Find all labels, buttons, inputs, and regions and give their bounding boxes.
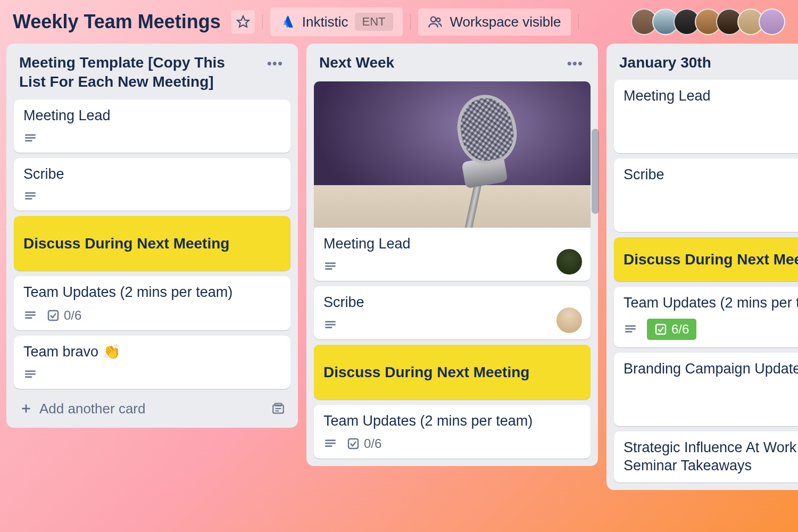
- card-cover-image: [314, 81, 591, 228]
- list-title[interactable]: Meeting Template [Copy This List For Eac…: [19, 53, 253, 92]
- card-badges: 6/6: [624, 319, 798, 340]
- svg-rect-15: [25, 376, 32, 378]
- card-badges: 0/6: [23, 308, 281, 323]
- card-badges: [23, 131, 281, 145]
- card[interactable]: Meeting Lead: [14, 99, 290, 153]
- svg-rect-31: [348, 439, 358, 448]
- card-title: Scribe: [624, 166, 798, 184]
- card[interactable]: Team Updates (2 mins per team) 0/6: [314, 405, 591, 459]
- svg-rect-23: [325, 265, 336, 267]
- visibility-button[interactable]: Workspace visible: [418, 9, 571, 36]
- card-separator[interactable]: Discuss During Next Meeting: [614, 237, 798, 281]
- description-icon: [23, 368, 37, 381]
- card[interactable]: Branding Campaign Update: [614, 353, 798, 426]
- card-title: Discuss During Next Meeting: [323, 363, 581, 381]
- list-footer: Add another card: [14, 394, 290, 420]
- card-title: Team Updates (2 mins per team): [23, 284, 281, 302]
- checklist-icon: [347, 437, 360, 450]
- svg-rect-27: [325, 327, 332, 328]
- svg-rect-6: [25, 193, 36, 194]
- list-meeting-template[interactable]: Meeting Template [Copy This List For Eac…: [6, 44, 298, 428]
- member-avatar[interactable]: [759, 9, 785, 35]
- card[interactable]: Scribe: [14, 158, 290, 211]
- svg-rect-5: [25, 140, 32, 142]
- card-title: Meeting Lead: [323, 235, 581, 253]
- svg-rect-19: [275, 404, 282, 406]
- description-icon: [624, 322, 637, 336]
- card-title: Strategic Influence At Work Training Sem…: [624, 439, 798, 475]
- svg-rect-8: [25, 198, 32, 200]
- card-template-button[interactable]: [271, 402, 285, 415]
- svg-rect-24: [325, 268, 332, 270]
- svg-rect-3: [25, 134, 36, 136]
- card[interactable]: Scribe: [314, 286, 591, 339]
- card-title: Discuss During Next Meeting: [624, 250, 798, 269]
- card[interactable]: Team bravo 👏: [14, 336, 290, 389]
- plus-icon: [19, 402, 33, 415]
- list-title[interactable]: Next Week: [319, 53, 394, 72]
- board-title[interactable]: Weekly Team Meetings: [13, 11, 221, 33]
- board-canvas[interactable]: Meeting Template [Copy This List For Eac…: [0, 44, 798, 490]
- checklist-icon: [654, 323, 667, 336]
- workspace-plan-badge: ENT: [355, 13, 393, 31]
- description-icon: [23, 189, 37, 203]
- star-icon: [236, 15, 250, 29]
- svg-rect-32: [625, 326, 636, 327]
- board-members[interactable]: [636, 9, 785, 35]
- checklist-icon: [47, 309, 60, 322]
- checklist-count: 0/6: [64, 308, 81, 323]
- card[interactable]: Meeting Lead: [614, 80, 798, 153]
- add-card-button[interactable]: Add another card: [19, 401, 145, 417]
- people-icon: [428, 14, 443, 29]
- checklist-badge: 0/6: [347, 436, 381, 451]
- card[interactable]: Meeting Lead: [314, 81, 591, 281]
- card-title: Scribe: [23, 165, 281, 184]
- svg-rect-28: [325, 440, 336, 442]
- star-button[interactable]: [231, 10, 255, 34]
- atlassian-icon: [280, 14, 296, 30]
- card[interactable]: Team Updates (2 mins per team) 0/6: [14, 276, 290, 330]
- card-member-avatar[interactable]: [556, 249, 582, 275]
- list-header: Meeting Template [Copy This List For Eac…: [14, 51, 290, 99]
- card-badges: [23, 368, 281, 381]
- svg-rect-9: [25, 311, 36, 313]
- svg-rect-33: [625, 328, 636, 330]
- svg-point-1: [430, 17, 435, 22]
- board-header: Weekly Team Meetings Inktistic ENT Works…: [0, 0, 798, 44]
- workspace-switcher[interactable]: Inktistic ENT: [270, 7, 403, 36]
- card-title: Meeting Lead: [624, 87, 798, 105]
- card-badges: [323, 260, 581, 273]
- list-menu-button[interactable]: •••: [265, 53, 285, 74]
- card-separator[interactable]: Discuss During Next Meeting: [14, 216, 290, 271]
- svg-rect-13: [25, 370, 36, 372]
- visibility-label: Workspace visible: [450, 14, 561, 30]
- svg-rect-7: [25, 195, 36, 197]
- divider: [578, 14, 579, 29]
- card-title: Discuss During Next Meeting: [23, 234, 281, 253]
- svg-rect-10: [25, 314, 36, 316]
- list-january-30[interactable]: January 30th Meeting Lead Scribe Discuss…: [606, 44, 798, 490]
- list-menu-button[interactable]: •••: [565, 53, 585, 74]
- card-member-avatar[interactable]: [556, 307, 582, 333]
- card-title: Branding Campaign Update: [624, 360, 798, 378]
- list-next-week[interactable]: Next Week ••• Meeting Lead Scribe: [306, 44, 598, 466]
- checklist-badge: 0/6: [47, 308, 81, 323]
- svg-point-2: [436, 18, 440, 22]
- card[interactable]: Scribe: [614, 159, 798, 232]
- svg-rect-11: [25, 317, 32, 319]
- card-separator[interactable]: Discuss During Next Meeting: [314, 345, 591, 400]
- description-icon: [323, 437, 337, 451]
- scrollbar-thumb[interactable]: [592, 129, 599, 214]
- svg-rect-14: [25, 373, 36, 375]
- card[interactable]: Strategic Influence At Work Training Sem…: [614, 431, 798, 483]
- card-badges: 0/6: [323, 436, 581, 451]
- list-scrollbar[interactable]: [592, 129, 599, 448]
- checklist-count: 6/6: [671, 322, 689, 337]
- svg-rect-29: [325, 443, 336, 444]
- card-title: Scribe: [323, 294, 581, 312]
- card[interactable]: Team Updates (2 mins per team) 6/6: [614, 287, 798, 347]
- description-icon: [23, 309, 37, 322]
- svg-rect-12: [48, 311, 58, 320]
- list-title[interactable]: January 30th: [619, 53, 711, 72]
- description-icon: [23, 131, 37, 145]
